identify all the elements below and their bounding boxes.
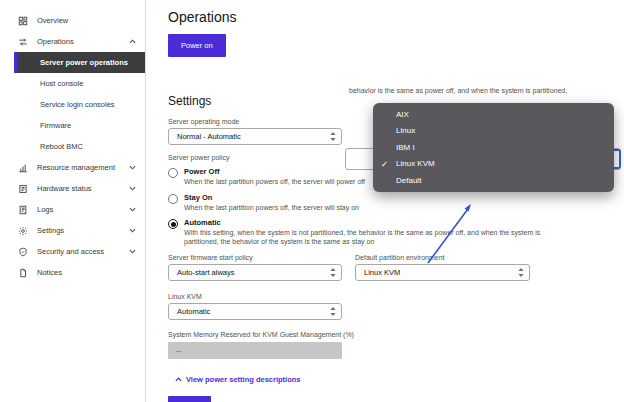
sidebar-item-logs[interactable]: Logs (14, 199, 145, 220)
sidebar-item-label: Overview (37, 16, 68, 25)
sidebar-item-label: Resource management (37, 163, 115, 172)
server-firmware-start-policy-select[interactable]: Auto-start always (168, 264, 342, 281)
sidebar: Overview Operations Server power operati… (0, 0, 146, 402)
radio-button-icon[interactable] (168, 194, 178, 204)
system-memory-value: -- (176, 346, 181, 355)
notices-icon (18, 268, 28, 278)
linux-kvm-label: Linux KVM (168, 293, 624, 300)
chevron-up-icon (175, 377, 182, 382)
gear-icon (18, 226, 28, 236)
sidebar-item-service-login-consoles[interactable]: Service login consoles (14, 94, 145, 115)
power-on-button[interactable]: Power on (168, 34, 226, 57)
operations-icon (18, 37, 28, 47)
sidebar-item-security-and-access[interactable]: Security and access (14, 241, 145, 262)
resource-management-icon (18, 163, 28, 173)
select-stepper-icon (330, 132, 336, 141)
page-title: Operations (168, 9, 624, 25)
chevron-down-icon (129, 228, 136, 233)
radio-power-off-label: Power Off (184, 167, 365, 176)
radio-automatic[interactable]: Automatic With this setting, when the sy… (168, 218, 624, 246)
dropdown-item-linux-kvm[interactable]: ✓ Linux KVM (373, 156, 614, 173)
default-partition-environment-select[interactable]: Linux KVM (355, 264, 530, 281)
dropdown-item-label: IBM I (396, 143, 415, 152)
sidebar-subitem-label: Server power operations (40, 58, 128, 67)
server-firmware-start-policy-value: Auto-start always (177, 268, 235, 277)
sidebar-item-reboot-bmc[interactable]: Reboot BMC (14, 136, 145, 157)
sidebar-item-server-power-operations[interactable]: Server power operations (14, 52, 145, 73)
sidebar-item-firmware[interactable]: Firmware (14, 115, 145, 136)
radio-stay-on-label: Stay On (184, 193, 359, 202)
sidebar-item-label: Logs (37, 205, 53, 214)
sidebar-item-notices[interactable]: Notices (14, 262, 145, 283)
sidebar-item-settings[interactable]: Settings (14, 220, 145, 241)
link-label: View power setting descriptions (186, 375, 300, 384)
radio-button-selected-icon[interactable] (168, 219, 178, 229)
sidebar-item-label: Operations (37, 37, 74, 46)
default-partition-environment-value: Linux KVM (364, 268, 400, 277)
sidebar-item-hardware-status[interactable]: Hardware status (14, 178, 145, 199)
radio-power-off-description: When the last partition powers off, the … (184, 178, 365, 187)
overlay-context-text: behavior is the same as power off, and w… (349, 87, 621, 94)
chevron-down-icon (129, 165, 136, 170)
sidebar-nav: Overview Operations Server power operati… (14, 10, 145, 283)
linux-kvm-select[interactable]: Automatic (168, 303, 342, 320)
radio-button-icon[interactable] (168, 168, 178, 178)
chevron-up-icon (129, 39, 136, 44)
dashboard-icon (18, 16, 28, 26)
chevron-down-icon (129, 249, 136, 254)
chevron-down-icon (129, 207, 136, 212)
server-firmware-start-policy-label: Server firmware start policy (168, 254, 342, 261)
sidebar-item-operations[interactable]: Operations (14, 31, 145, 52)
sidebar-item-label: Notices (37, 268, 62, 277)
select-stepper-icon (330, 307, 336, 316)
sidebar-item-host-console[interactable]: Host console (14, 73, 145, 94)
sidebar-item-label: Hardware status (37, 184, 92, 193)
dropdown-item-label: Linux KVM (396, 159, 435, 168)
dropdown-item-default[interactable]: Default (373, 172, 614, 189)
chevron-down-icon (129, 186, 136, 191)
radio-stay-on[interactable]: Stay On When the last partition powers o… (168, 193, 624, 213)
radio-stay-on-description: When the last partition powers off, the … (184, 204, 359, 213)
sidebar-item-resource-management[interactable]: Resource management (14, 157, 145, 178)
dropdown-menu: AIX Linux IBM I ✓ Linux KVM Default (373, 103, 614, 192)
sidebar-subitem-label: Reboot BMC (40, 142, 83, 151)
server-operating-mode-select[interactable]: Normal - Automatic (168, 128, 342, 145)
system-memory-label: System Memory Reserved for KVM Guest Man… (168, 331, 624, 338)
checkmark-icon: ✓ (381, 159, 388, 169)
select-stepper-icon (330, 268, 336, 277)
view-power-setting-descriptions-link[interactable]: View power setting descriptions (175, 375, 300, 384)
dropdown-item-label: AIX (396, 110, 409, 119)
sidebar-subitem-label: Service login consoles (40, 100, 115, 109)
radio-automatic-label: Automatic (184, 218, 549, 227)
sidebar-item-overview[interactable]: Overview (14, 10, 145, 31)
main-content: Operations Power on Settings Server oper… (168, 0, 624, 402)
select-stepper-icon (518, 268, 524, 277)
radio-automatic-description: With this setting, when the system is no… (184, 229, 549, 246)
sidebar-subitem-label: Firmware (40, 121, 71, 130)
logs-icon (18, 205, 28, 215)
linux-kvm-value: Automatic (177, 307, 210, 316)
system-memory-input: -- (168, 342, 342, 359)
dropdown-item-linux[interactable]: Linux (373, 123, 614, 140)
dropdown-item-label: Linux (396, 126, 415, 135)
dropdown-item-ibm-i[interactable]: IBM I (373, 139, 614, 156)
shield-icon (18, 247, 28, 257)
default-partition-environment-label: Default partition environment (355, 254, 530, 261)
dropdown-item-label: Default (396, 176, 421, 185)
sidebar-item-label: Security and access (37, 247, 104, 256)
sidebar-item-label: Settings (37, 226, 64, 235)
hardware-status-icon (18, 184, 28, 194)
save-button[interactable]: Save (168, 396, 211, 402)
sidebar-subitem-label: Host console (40, 79, 83, 88)
server-operating-mode-value: Normal - Automatic (177, 132, 241, 141)
dropdown-item-aix[interactable]: AIX (373, 106, 614, 123)
